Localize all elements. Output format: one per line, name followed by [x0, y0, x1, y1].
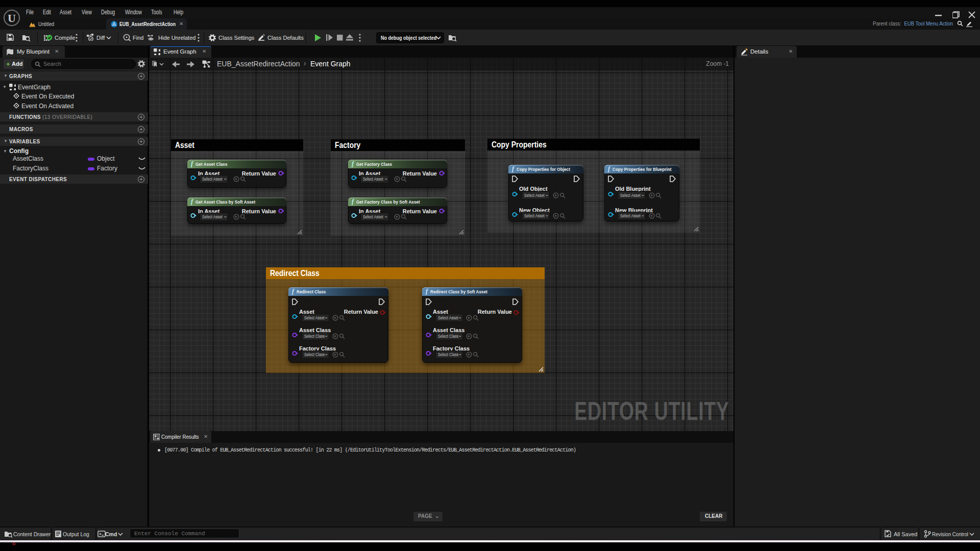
- svg-text:U: U: [8, 12, 16, 24]
